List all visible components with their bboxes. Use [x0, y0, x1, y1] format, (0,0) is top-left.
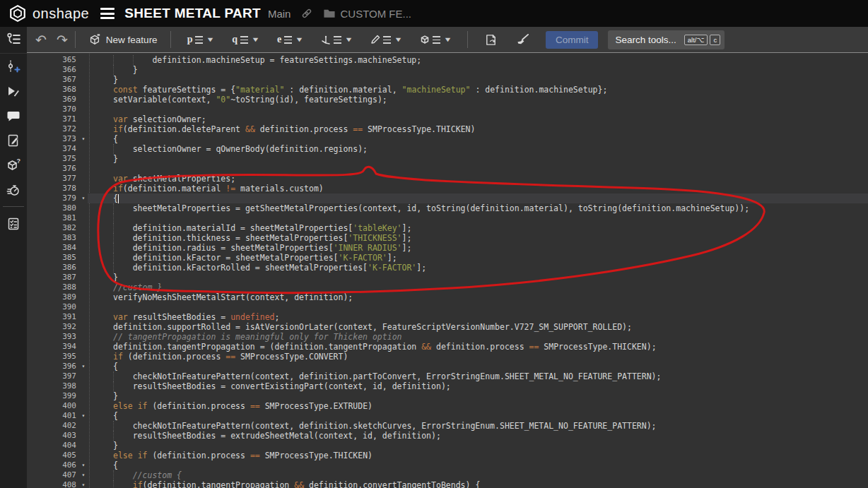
code-line[interactable]: 372if(definition.deleteParent && definit…	[27, 124, 868, 134]
code-line[interactable]: 404}	[27, 441, 868, 451]
line-number: 380	[27, 203, 76, 213]
fold-arrow-icon[interactable]: ▾	[78, 411, 89, 421]
code-line[interactable]: 376	[27, 164, 868, 174]
code-line[interactable]: 366 }	[27, 65, 868, 75]
evaluate-functions-icon: e	[277, 34, 281, 45]
code-line[interactable]: 370	[27, 105, 868, 114]
feature-list-toggle[interactable]	[0, 27, 27, 53]
modify-functions-menu[interactable]: ▼	[365, 32, 407, 47]
code-line[interactable]: 407▾ //custom {	[27, 470, 868, 480]
code-line[interactable]: 381	[27, 213, 868, 223]
part-functions-menu[interactable]: p ▼	[182, 31, 220, 48]
shortcut-key-alt: alt/⌥	[684, 35, 708, 45]
code-line[interactable]: 394definition.tangentPropagation = (defi…	[27, 342, 868, 352]
top-bar: onshape SHEET METAL PART Main CUSTOM FE.…	[0, 0, 868, 27]
chevron-down-icon: ▼	[295, 36, 304, 43]
code-line[interactable]: 383 definition.thickness = sheetMetalPro…	[27, 233, 868, 243]
code-line[interactable]: 380 sheetMetalProperties = getSheetMetal…	[27, 203, 868, 213]
code-line[interactable]: 377var sheetMetalProperties;	[27, 174, 868, 184]
fold-arrow-icon[interactable]: ▾	[78, 134, 89, 144]
code-line[interactable]: 384 definition.radius = sheetMetalProper…	[27, 243, 868, 253]
evaluate-functions-menu[interactable]: e ▼	[271, 31, 308, 48]
code-line[interactable]: 398 resultSheetBodies = convertExistingP…	[27, 381, 868, 391]
code-editor[interactable]: 365 definition.machineSetup = featureSet…	[27, 54, 868, 488]
geometry-functions-menu[interactable]: ▼	[315, 32, 358, 47]
sidebar-help[interactable]: ?	[0, 153, 27, 177]
toolbar-separator	[467, 31, 468, 48]
code-line[interactable]: 382 definition.materialId = sheetMetalPr…	[27, 223, 868, 233]
document-title[interactable]: SHEET METAL PART	[124, 6, 261, 21]
toolbar-separator	[170, 31, 171, 48]
code-line[interactable]: 392definition.supportRolled = isAtVersio…	[27, 322, 868, 332]
code-line[interactable]: 397 checkNotInFeaturePattern(context, de…	[27, 371, 868, 381]
feature-list-icon	[6, 32, 21, 47]
code-line[interactable]: 365 definition.machineSetup = featureSet…	[27, 55, 868, 65]
sidebar-versions[interactable]	[0, 54, 27, 78]
line-number: 374	[27, 144, 76, 154]
code-line[interactable]: 378if(definition.material != materials.c…	[27, 184, 868, 194]
commit-button[interactable]: Commit	[546, 31, 599, 49]
code-line[interactable]: 390	[27, 302, 868, 312]
code-line[interactable]: 395if (definition.process == SMProcessTy…	[27, 352, 868, 362]
fold-arrow-icon[interactable]: ▾	[78, 470, 89, 480]
fold-arrow-icon[interactable]: ▾	[78, 194, 89, 203]
search-tools-input[interactable]: Search tools... alt/⌥ c	[608, 30, 725, 49]
code-line[interactable]: 385 definition.kFactor = sheetMetalPrope…	[27, 253, 868, 263]
list-icon	[195, 36, 203, 44]
code-line[interactable]: 399}	[27, 391, 868, 401]
fold-arrow-icon[interactable]: ▾	[78, 480, 89, 488]
folder-icon[interactable]	[323, 8, 336, 19]
code-line[interactable]: 388//custom }	[27, 282, 868, 292]
paste-code-button[interactable]	[479, 30, 503, 49]
new-feature-button[interactable]: New feature	[83, 30, 163, 49]
fold-arrow-icon[interactable]: ▾	[78, 362, 89, 371]
code-line[interactable]: 373▾{	[27, 134, 868, 144]
code-line[interactable]: 374 selectionOwner = qOwnerBody(definiti…	[27, 144, 868, 154]
left-sidebar: ?	[0, 54, 27, 488]
sidebar-comments[interactable]	[0, 103, 27, 128]
code-line[interactable]: 402 checkNotInFeaturePattern(context, de…	[27, 421, 868, 431]
code-line[interactable]: 391var resultSheetBodies = undefined;	[27, 312, 868, 322]
code-line[interactable]: 368const featureSettings = {"material" :…	[27, 85, 868, 95]
link-icon[interactable]	[300, 7, 313, 20]
undo-button[interactable]: ↶	[35, 33, 47, 47]
line-number: 386	[27, 263, 76, 273]
code-line[interactable]: 401▾{	[27, 411, 868, 421]
code-line[interactable]: 367}	[27, 75, 868, 85]
line-number: 378	[27, 184, 76, 194]
sidebar-performance[interactable]	[0, 177, 27, 202]
pencil-icon	[370, 35, 380, 44]
sidebar-edit-part[interactable]	[0, 78, 27, 103]
code-line[interactable]: 389verifyNoMeshSheetMetalStart(context, …	[27, 292, 868, 302]
branch-label[interactable]: Main	[268, 8, 291, 20]
feature-functions-menu[interactable]: ▼	[414, 32, 457, 47]
code-line[interactable]: 393// tangentPropagation is meaningful o…	[27, 332, 868, 342]
code-line[interactable]: 405else if (definition.process == SMProc…	[27, 451, 868, 460]
onshape-logo-icon[interactable]	[8, 4, 27, 23]
code-line[interactable]: 375}	[27, 154, 868, 164]
project-name[interactable]: CUSTOM FE...	[340, 8, 411, 20]
code-line[interactable]: 369setVariable(context, "0"~toString(id)…	[27, 95, 868, 105]
sidebar-checklist[interactable]	[0, 211, 27, 236]
code-line[interactable]: 387}	[27, 273, 868, 282]
code-line[interactable]: 396▾{	[27, 362, 868, 371]
line-number: 395	[27, 352, 76, 362]
shortcut-key-c: c	[710, 35, 720, 45]
line-number: 406	[27, 460, 76, 470]
code-line[interactable]: 379▾{	[27, 194, 868, 203]
format-code-button[interactable]	[510, 30, 535, 49]
sidebar-notes[interactable]	[0, 128, 27, 153]
hamburger-menu-icon[interactable]	[100, 8, 115, 19]
code-line[interactable]: 408▾ if(definition.tangentPropagation &&…	[27, 480, 868, 488]
fold-arrow-icon[interactable]: ▾	[78, 460, 89, 470]
code-line[interactable]: 371var selectionOwner;	[27, 114, 868, 124]
redo-button[interactable]: ↷	[57, 33, 68, 47]
query-functions-menu[interactable]: q ▼	[226, 31, 264, 48]
line-number: 367	[27, 75, 76, 85]
code-line[interactable]: 403 resultSheetBodies = extrudeSheetMeta…	[27, 431, 868, 441]
line-number: 370	[27, 105, 76, 114]
code-line[interactable]: 386 definition.kFactorRolled = sheetMeta…	[27, 263, 868, 273]
code-line[interactable]: 406▾{	[27, 460, 868, 470]
code-line[interactable]: 400else if (definition.process == SMProc…	[27, 401, 868, 411]
line-number: 372	[27, 124, 76, 134]
